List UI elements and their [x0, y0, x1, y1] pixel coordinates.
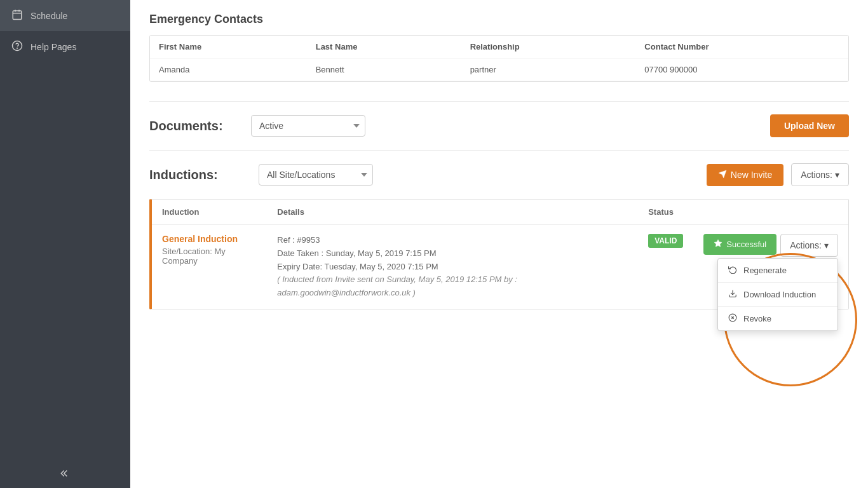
- inductions-location-select[interactable]: All Site/Locations My Company: [259, 164, 373, 186]
- chevron-down-icon: ▾: [835, 170, 839, 180]
- inductions-header: Inductions: All Site/Locations My Compan…: [149, 163, 849, 186]
- col-relationship: Relationship: [461, 36, 636, 58]
- svg-marker-6: [714, 240, 722, 247]
- induction-note: ( Inducted from Invite sent on Sunday, M…: [277, 273, 628, 300]
- documents-filter-select[interactable]: Active Archived All: [251, 115, 365, 137]
- induction-date-taken: Date Taken : Sunday, May 5, 2019 7:15 PM: [277, 247, 628, 261]
- new-invite-button[interactable]: New Invite: [707, 164, 783, 186]
- cell-relationship: partner: [461, 58, 636, 81]
- emergency-contacts-section: Emergency Contacts First Name Last Name …: [149, 13, 849, 82]
- induction-location: Site/Location: My Company: [162, 247, 257, 266]
- documents-section: Documents: Active Archived All Upload Ne…: [149, 114, 849, 137]
- help-icon: [11, 40, 23, 53]
- upload-new-button[interactable]: Upload New: [770, 114, 849, 137]
- col-last-name: Last Name: [307, 36, 461, 58]
- divider-1: [149, 101, 849, 102]
- download-icon: [728, 289, 737, 300]
- induction-expiry: Expiry Date: Tuesday, May 5, 2020 7:15 P…: [277, 261, 628, 274]
- sidebar: Schedule Help Pages: [0, 0, 130, 488]
- induction-details-cell: Ref : #9953 Date Taken : Sunday, May 5, …: [267, 225, 638, 309]
- emergency-contacts-table-wrapper: First Name Last Name Relationship Contac…: [149, 35, 849, 82]
- induction-details: Ref : #9953 Date Taken : Sunday, May 5, …: [277, 234, 628, 300]
- new-invite-label: New Invite: [731, 170, 772, 180]
- sidebar-item-schedule[interactable]: Schedule: [0, 0, 130, 31]
- regenerate-icon: [728, 265, 737, 276]
- induction-name-link[interactable]: General Induction: [162, 234, 257, 244]
- inductions-actions-label: Actions:: [801, 170, 832, 180]
- calendar-icon: [11, 9, 23, 22]
- inductions-label: Inductions:: [149, 168, 251, 182]
- documents-label: Documents:: [149, 119, 251, 133]
- inductions-section: Inductions: All Site/Locations My Compan…: [149, 163, 849, 309]
- sidebar-item-help-label: Help Pages: [31, 42, 76, 52]
- status-actions-wrapper: Successful Actions: ▾: [703, 234, 838, 257]
- induction-note-text: ( Inducted from Invite sent on Sunday, M…: [277, 274, 517, 297]
- regenerate-label: Regenerate: [743, 266, 787, 275]
- col-first-name: First Name: [150, 36, 307, 58]
- emergency-contacts-table: First Name Last Name Relationship Contac…: [150, 36, 848, 81]
- cell-first-name: Amanda: [150, 58, 307, 81]
- induction-status-cell: VALID: [638, 225, 693, 309]
- valid-badge: VALID: [648, 234, 683, 248]
- revoke-label: Revoke: [743, 314, 771, 323]
- induction-col-actions: [693, 200, 848, 225]
- dropdown-revoke[interactable]: Revoke: [718, 307, 837, 330]
- sidebar-collapse-button[interactable]: [0, 459, 130, 488]
- dropdown-download-induction[interactable]: Download Induction: [718, 283, 837, 307]
- induction-col-induction: Induction: [152, 200, 267, 225]
- inductions-actions-dropdown-button[interactable]: Actions: ▾: [791, 163, 849, 186]
- divider-2: [149, 150, 849, 151]
- induction-col-details: Details: [267, 200, 638, 225]
- cell-last-name: Bennett: [307, 58, 461, 81]
- sidebar-item-help[interactable]: Help Pages: [0, 31, 130, 62]
- induction-ref: Ref : #9953: [277, 234, 628, 247]
- dropdown-regenerate[interactable]: Regenerate: [718, 259, 837, 283]
- cell-contact-number: 07700 900000: [635, 58, 848, 81]
- main-content: Emergency Contacts First Name Last Name …: [130, 0, 868, 488]
- emergency-contacts-title: Emergency Contacts: [149, 13, 849, 26]
- col-contact-number: Contact Number: [635, 36, 848, 58]
- table-row: Amanda Bennett partner 07700 900000: [150, 58, 848, 81]
- download-induction-label: Download Induction: [743, 290, 816, 299]
- successful-button[interactable]: Successful: [703, 234, 776, 255]
- induction-col-status: Status: [638, 200, 693, 225]
- induction-name-cell: General Induction Site/Location: My Comp…: [152, 225, 267, 309]
- row-chevron-icon: ▾: [824, 240, 829, 250]
- row-actions-dropdown-button[interactable]: Actions: ▾: [780, 234, 838, 257]
- induction-table-wrapper: Induction Details Status General Inducti…: [149, 199, 849, 309]
- star-icon: [714, 239, 722, 250]
- induction-row: General Induction Site/Location: My Comp…: [152, 225, 848, 309]
- successful-label: Successful: [726, 240, 766, 249]
- row-actions-label: Actions:: [790, 240, 822, 250]
- induction-actions-cell: Successful Actions: ▾: [693, 225, 848, 309]
- paper-plane-icon: [718, 170, 727, 180]
- revoke-icon: [728, 313, 737, 324]
- induction-table: Induction Details Status General Inducti…: [152, 200, 848, 309]
- documents-row: Documents: Active Archived All Upload Ne…: [149, 114, 849, 137]
- svg-rect-0: [13, 11, 22, 20]
- sidebar-item-schedule-label: Schedule: [31, 11, 67, 21]
- actions-dropdown-menu: Regenerate: [717, 258, 838, 331]
